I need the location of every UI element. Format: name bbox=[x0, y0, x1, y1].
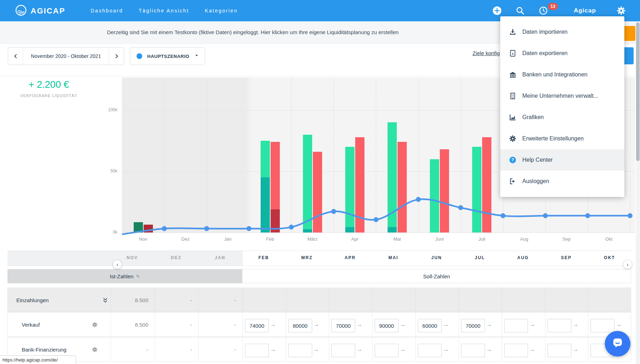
month-column-aug[interactable]: AUG bbox=[507, 255, 539, 260]
banner-text[interactable]: Derzeitig sind Sie mit einem Testkonto (… bbox=[107, 29, 399, 35]
month-column-mrz[interactable]: MRZ bbox=[291, 255, 323, 260]
apply-forward-arrow-icon[interactable]: → bbox=[529, 346, 535, 353]
line-point[interactable] bbox=[289, 225, 294, 230]
line-point[interactable] bbox=[331, 209, 336, 214]
input-mai-verkauf[interactable] bbox=[375, 319, 399, 332]
line-point[interactable] bbox=[373, 217, 378, 222]
line-point[interactable] bbox=[162, 226, 167, 231]
nav-item-kategorien[interactable]: Kategorien bbox=[205, 8, 238, 14]
month-column-apr[interactable]: APR bbox=[334, 255, 366, 260]
line-point[interactable] bbox=[458, 205, 463, 210]
input-mai-bank-finanzierung[interactable] bbox=[375, 344, 399, 357]
row-label[interactable]: Einzahlungen bbox=[16, 297, 49, 303]
apply-forward-arrow-icon[interactable]: → bbox=[314, 346, 319, 353]
line-point[interactable] bbox=[585, 213, 590, 218]
cell-divider bbox=[545, 312, 545, 337]
input-jun-bank-finanzierung[interactable] bbox=[418, 344, 442, 357]
input-apr-verkauf[interactable] bbox=[331, 319, 355, 332]
line-point[interactable] bbox=[204, 226, 209, 231]
history-clock-icon[interactable] bbox=[539, 6, 548, 15]
menu-item-banken-und-integrationen[interactable]: Banken und Integrationen bbox=[500, 64, 624, 85]
apply-forward-arrow-icon[interactable]: → bbox=[357, 346, 362, 353]
month-column-feb[interactable]: FEB bbox=[248, 255, 280, 260]
apply-forward-arrow-icon[interactable]: → bbox=[443, 321, 449, 328]
cell-divider bbox=[372, 312, 373, 337]
line-point[interactable] bbox=[628, 213, 633, 218]
menu-item-erweiterte-einstellungen[interactable]: Erweiterte Einstellungen bbox=[500, 128, 624, 149]
menu-item-ausloggen[interactable]: Ausloggen bbox=[500, 171, 624, 192]
menu-item-grafiken[interactable]: Grafiken bbox=[500, 107, 624, 128]
available-liquidity-label: VERFÜGBARE LIQUIDITÄT bbox=[8, 93, 90, 98]
apply-forward-arrow-icon[interactable]: → bbox=[486, 321, 492, 328]
menu-item-daten-importieren[interactable]: Daten importieren bbox=[500, 21, 624, 43]
table-scroll-right-button[interactable]: › bbox=[623, 260, 632, 269]
scrollbar-thumb[interactable] bbox=[636, 22, 640, 161]
notification-badge[interactable]: 13 bbox=[548, 3, 558, 10]
input-jul-bank-finanzierung[interactable] bbox=[461, 344, 485, 357]
month-column-sep[interactable]: SEP bbox=[550, 255, 582, 260]
liquidity-summary: + 2.200 € VERFÜGBARE LIQUIDITÄT bbox=[8, 79, 90, 98]
apply-forward-arrow-icon[interactable]: → bbox=[529, 321, 535, 328]
row-label[interactable]: Verkauf bbox=[22, 322, 40, 328]
input-mrz-bank-finanzierung[interactable] bbox=[288, 344, 312, 357]
nav-item-dashboard[interactable]: Dashboard bbox=[91, 8, 123, 14]
date-range-label[interactable]: November 2020 - Oktober 2021 bbox=[23, 48, 109, 65]
input-sep-verkauf[interactable] bbox=[548, 319, 571, 332]
input-feb-verkauf[interactable] bbox=[245, 319, 269, 332]
search-icon[interactable] bbox=[516, 6, 525, 15]
month-column-mai[interactable]: MAI bbox=[377, 255, 409, 260]
row-label[interactable]: Bank-Finanzierung bbox=[22, 347, 66, 353]
month-column-okt[interactable]: OKT bbox=[593, 255, 625, 260]
add-icon[interactable] bbox=[492, 6, 502, 15]
configure-goals-link[interactable]: Ziele konfig bbox=[473, 50, 500, 56]
month-column-jun[interactable]: JUN bbox=[421, 255, 453, 260]
gear-icon[interactable] bbox=[92, 347, 98, 354]
line-point[interactable] bbox=[501, 213, 506, 218]
apply-forward-arrow-icon[interactable]: → bbox=[486, 346, 492, 353]
gear-icon[interactable] bbox=[92, 322, 98, 329]
input-mrz-verkauf[interactable] bbox=[288, 319, 312, 332]
scrollbar[interactable] bbox=[636, 21, 640, 364]
cell-divider bbox=[502, 312, 502, 337]
next-period-button[interactable] bbox=[109, 48, 124, 65]
apply-forward-arrow-icon[interactable]: → bbox=[400, 321, 406, 328]
scenario-selector[interactable]: HAUPTSZENARIO bbox=[130, 47, 205, 65]
chat-button[interactable] bbox=[605, 331, 630, 357]
apply-forward-arrow-icon[interactable]: → bbox=[270, 346, 276, 353]
table-row-verkauf: Verkauf8.500--→→→→→→→→→ bbox=[7, 312, 631, 337]
line-point[interactable] bbox=[416, 197, 421, 202]
apply-forward-arrow-icon[interactable]: → bbox=[443, 346, 449, 353]
apply-forward-arrow-icon[interactable]: → bbox=[616, 321, 622, 328]
menu-item-help-center[interactable]: ?Help Center bbox=[500, 149, 624, 171]
month-column-jul[interactable]: JUL bbox=[464, 255, 496, 260]
menu-item-meine-unternehmen-verwalt[interactable]: Meine Unternehmen verwalt... bbox=[500, 85, 624, 107]
ist-zahlen-tab[interactable]: Ist-Zahlen ✎ bbox=[7, 269, 242, 283]
input-apr-bank-finanzierung[interactable] bbox=[331, 344, 355, 357]
settings-gear-icon[interactable] bbox=[616, 6, 625, 15]
input-jun-verkauf[interactable] bbox=[418, 319, 442, 332]
input-aug-verkauf[interactable] bbox=[504, 319, 528, 332]
prev-period-button[interactable] bbox=[8, 48, 23, 65]
input-okt-verkauf[interactable] bbox=[591, 319, 614, 332]
apply-forward-arrow-icon[interactable]: → bbox=[573, 346, 578, 353]
nav-item-tägliche-ansicht[interactable]: Tägliche Ansicht bbox=[139, 8, 189, 14]
line-point[interactable] bbox=[246, 226, 251, 231]
apply-forward-arrow-icon[interactable]: → bbox=[270, 321, 276, 328]
menu-item-daten-exportieren[interactable]: xDaten exportieren bbox=[500, 43, 624, 64]
month-column-nov[interactable]: NOV bbox=[116, 255, 148, 260]
apply-forward-arrow-icon[interactable]: → bbox=[400, 346, 406, 353]
month-column-dez[interactable]: DEZ bbox=[160, 255, 192, 260]
input-sep-bank-finanzierung[interactable] bbox=[548, 344, 571, 357]
input-aug-bank-finanzierung[interactable] bbox=[504, 344, 528, 357]
table-scroll-left-button[interactable]: ‹ bbox=[113, 260, 122, 269]
agicap-logo[interactable]: AGICAP bbox=[15, 4, 65, 18]
apply-forward-arrow-icon[interactable]: → bbox=[357, 321, 362, 328]
apply-forward-arrow-icon[interactable]: → bbox=[573, 321, 578, 328]
line-point[interactable] bbox=[543, 213, 548, 218]
apply-forward-arrow-icon[interactable]: → bbox=[314, 321, 319, 328]
input-feb-bank-finanzierung[interactable] bbox=[245, 344, 269, 357]
input-jul-verkauf[interactable] bbox=[461, 319, 485, 332]
double-chevron-down-icon[interactable] bbox=[102, 297, 108, 305]
soll-zahlen-tab[interactable]: Soll-Zahlen bbox=[242, 269, 631, 283]
month-column-jan[interactable]: JAN bbox=[204, 255, 236, 260]
